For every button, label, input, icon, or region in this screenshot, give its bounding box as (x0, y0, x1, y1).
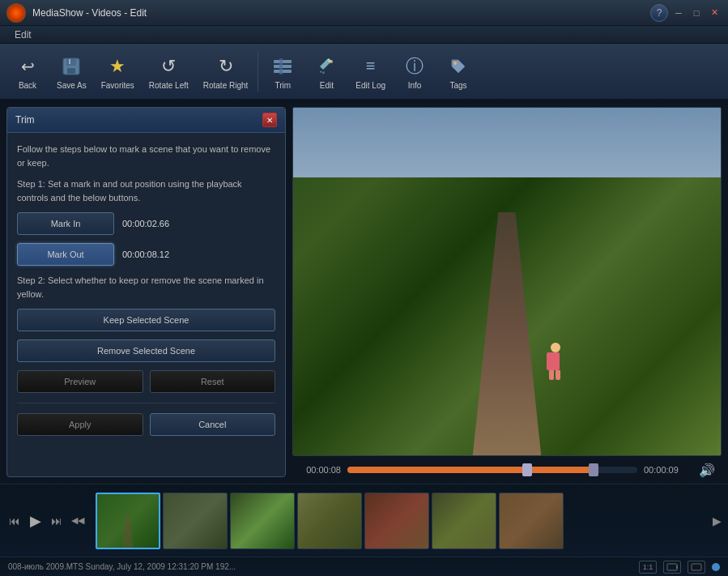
skip-start-button[interactable]: ⏮ (6, 514, 23, 527)
status-bar: 008-июль 2009.MTS Sunday, July 12, 2009 … (0, 557, 728, 576)
svg-rect-1 (66, 58, 76, 66)
svg-rect-14 (692, 564, 701, 570)
slow-button[interactable]: ◀◀ (70, 515, 86, 526)
thumbnail-4[interactable] (297, 493, 362, 549)
mark-in-row: Mark In 00:00:02.66 (17, 212, 275, 235)
preview-reset-row: Preview Reset (17, 370, 275, 393)
app-title: MediaShow - Videos - Edit (32, 7, 650, 19)
status-icon-3 (688, 561, 705, 574)
save-icon (58, 53, 84, 79)
svg-point-11 (453, 62, 457, 65)
window-controls: ? ─ □ ✕ (650, 4, 722, 22)
skip-end-button[interactable]: ⏭ (49, 514, 65, 527)
thumbnail-4-image (298, 493, 361, 548)
main-area: Trim ✕ Follow the steps below to mark a … (0, 100, 728, 484)
star-icon: ★ (104, 53, 130, 79)
trim-description: Follow the steps below to mark a scene t… (17, 143, 275, 169)
video-road (421, 212, 592, 455)
thumbnail-2-image (164, 493, 227, 548)
video-sky (293, 108, 721, 177)
status-dot (712, 563, 720, 571)
toolbar-edit[interactable]: Edit (305, 47, 347, 96)
toolbar-save-as[interactable]: Save As (50, 47, 93, 96)
toolbar-tags[interactable]: Tags (437, 47, 479, 96)
keep-scene-button[interactable]: Keep Selected Scene (17, 309, 275, 331)
trim-step1: Step 1: Set a mark in and out position u… (17, 177, 275, 204)
menu-bar: Edit (0, 26, 728, 44)
apply-cancel-row: Apply Cancel (17, 413, 275, 436)
svg-rect-13 (676, 565, 678, 569)
edit-icon (313, 53, 339, 79)
progress-track[interactable] (347, 467, 637, 473)
zoom-level: 1:1 (639, 561, 657, 574)
trim-icon (270, 53, 296, 79)
close-button[interactable]: ✕ (707, 6, 722, 20)
reset-button[interactable]: Reset (150, 370, 276, 393)
divider (17, 403, 275, 403)
volume-icon[interactable]: 🔊 (699, 463, 715, 478)
progress-marker-out[interactable] (589, 463, 598, 476)
toolbar-rotate-left[interactable]: ↺ Rotate Left (143, 47, 195, 96)
status-icon-2 (663, 561, 681, 574)
thumbnail-2[interactable] (163, 493, 228, 549)
app-icon (6, 3, 26, 23)
trim-panel: Trim ✕ Follow the steps below to mark a … (6, 107, 286, 477)
preview-button[interactable]: Preview (17, 370, 143, 393)
trim-step2: Step 2: Select whether to keep or remove… (17, 274, 275, 301)
thumbnail-5-image (365, 493, 428, 548)
menu-edit[interactable]: Edit (8, 28, 38, 42)
thumbnail-1-image (97, 494, 159, 548)
toolbar-trim[interactable]: Trim (262, 47, 304, 96)
progress-filled (347, 467, 594, 473)
video-figure (548, 343, 563, 379)
thumbnail-7[interactable] (499, 493, 564, 549)
thumbnail-6-image (432, 493, 496, 548)
progress-marker-in[interactable] (522, 463, 532, 476)
thumbnail-3[interactable] (230, 493, 295, 549)
play-button[interactable]: ▶ (28, 512, 44, 530)
cancel-button[interactable]: Cancel (150, 413, 276, 436)
maximize-button[interactable]: □ (689, 6, 704, 20)
edit-log-icon: ≡ (358, 53, 384, 79)
svg-rect-2 (67, 68, 75, 74)
toolbar-back[interactable]: ↩ Back (6, 47, 49, 96)
trim-body: Follow the steps below to mark a scene t… (7, 133, 285, 476)
apply-button[interactable]: Apply (17, 413, 143, 436)
minimize-button[interactable]: ─ (671, 6, 686, 20)
remove-scene-button[interactable]: Remove Selected Scene (17, 339, 275, 362)
status-icons: 1:1 (639, 561, 720, 574)
filmstrip-next-button[interactable]: ▶ (713, 514, 722, 527)
thumbnail-5[interactable] (364, 493, 429, 549)
mark-out-button[interactable]: Mark Out (17, 243, 114, 266)
title-bar: MediaShow - Videos - Edit ? ─ □ ✕ (0, 0, 728, 26)
mark-in-button[interactable]: Mark In (17, 212, 114, 235)
svg-point-10 (330, 60, 333, 63)
mark-out-row: Mark Out 00:00:08.12 (17, 243, 275, 266)
status-text: 008-июль 2009.MTS Sunday, July 12, 2009 … (8, 562, 629, 571)
toolbar-rotate-right[interactable]: ↻ Rotate Right (197, 47, 255, 96)
thumbnail-6[interactable] (432, 493, 496, 549)
toolbar: ↩ Back Save As ★ Favorites ↺ Rotate Left… (0, 44, 728, 100)
filmstrip-thumbnails (96, 493, 706, 549)
trim-panel-header: Trim ✕ (7, 108, 285, 133)
thumbnail-3-image (231, 493, 294, 548)
video-placeholder (293, 108, 721, 455)
filmstrip: ⏮ ▶ ⏭ ◀◀ ▶ (0, 484, 728, 557)
svg-rect-7 (279, 58, 283, 75)
time-left: 00:00:08 (292, 465, 341, 475)
back-icon: ↩ (15, 53, 40, 79)
toolbar-favorites[interactable]: ★ Favorites (95, 47, 141, 96)
svg-rect-3 (69, 59, 70, 64)
toolbar-edit-log[interactable]: ≡ Edit Log (349, 47, 392, 96)
tags-icon (445, 53, 471, 79)
thumbnail-1[interactable] (96, 493, 160, 549)
trim-panel-title: Trim (15, 114, 35, 126)
svg-rect-12 (667, 564, 677, 570)
timeline-bar: 00:00:08 00:00:09 🔊 (292, 456, 722, 484)
video-area: 00:00:08 00:00:09 🔊 (292, 100, 728, 484)
trim-close-button[interactable]: ✕ (262, 113, 277, 127)
toolbar-info[interactable]: ⓘ Info (394, 47, 436, 96)
help-button[interactable]: ? (650, 4, 668, 22)
info-icon: ⓘ (402, 53, 428, 79)
svg-line-8 (321, 71, 324, 74)
